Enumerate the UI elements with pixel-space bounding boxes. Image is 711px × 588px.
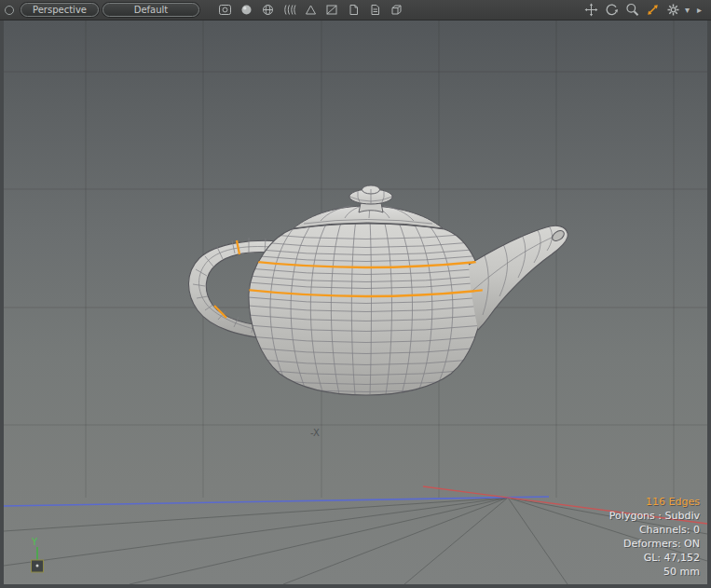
hud-scale: 50 mm: [609, 565, 700, 579]
origin-axis-widget: Y: [26, 534, 63, 577]
viewport-options-dot[interactable]: [5, 6, 14, 15]
settings-button[interactable]: [664, 2, 682, 18]
gear-icon: [666, 3, 680, 17]
pan-icon: [584, 3, 598, 17]
3d-viewport[interactable]: -X Y 116 Edges Polygons : Subdiv Channel…: [4, 21, 707, 584]
zoom-button[interactable]: [623, 2, 641, 18]
cone-button[interactable]: [302, 2, 320, 18]
fit-view-button[interactable]: [644, 2, 662, 18]
wire-sphere-icon: [261, 4, 275, 16]
flyout-arrow-icon[interactable]: ▸: [697, 5, 706, 15]
fit-view-icon: [646, 3, 660, 17]
stripes-button[interactable]: [280, 2, 298, 18]
shaded-sphere-icon: [239, 4, 253, 16]
box-icon: [390, 4, 403, 16]
render-preview-button[interactable]: [216, 2, 234, 18]
view-type-dropdown[interactable]: Perspective: [21, 3, 99, 17]
hud-edges: 116 Edges: [609, 495, 700, 509]
document-icon: [347, 4, 361, 16]
document-alt-icon: [368, 4, 382, 16]
cone-icon: [304, 4, 318, 16]
workplane-axis-label: -X: [310, 428, 320, 438]
teapot-lid: [294, 185, 443, 228]
document-alt-button[interactable]: [366, 2, 384, 18]
corner-square-icon: [325, 4, 339, 16]
z-axis-line: [4, 497, 549, 506]
selection-info-hud: 116 Edges Polygons : Subdiv Channels: 0 …: [609, 495, 700, 579]
document-button[interactable]: [345, 2, 362, 18]
pan-button[interactable]: [582, 2, 600, 18]
shaded-sphere-button[interactable]: [238, 2, 255, 18]
ground-grid: [4, 498, 707, 584]
hud-channels: Channels: 0: [609, 523, 700, 537]
teapot-spout: [469, 226, 567, 330]
origin-dot: [36, 565, 39, 567]
box-button[interactable]: [388, 2, 405, 18]
hud-gl: GL: 47,152: [609, 551, 700, 565]
orbit-icon: [605, 3, 619, 17]
y-axis-label: Y: [31, 537, 38, 547]
corner-square-button[interactable]: [323, 2, 341, 18]
scene-canvas: [4, 21, 707, 584]
hud-polygons: Polygons : Subdiv: [609, 509, 700, 523]
viewport-toolbar: Perspective Default ▾ ▸: [0, 0, 711, 21]
shading-icon-group: [216, 2, 405, 18]
wire-sphere-button[interactable]: [259, 2, 277, 18]
viewport-window: Perspective Default ▾ ▸: [0, 0, 711, 588]
hud-deformers: Deformers: ON: [609, 537, 700, 551]
render-preview-icon: [218, 4, 232, 16]
settings-dropdown-arrow-icon[interactable]: ▾: [685, 5, 694, 15]
shading-style-dropdown[interactable]: Default: [103, 3, 199, 17]
teapot-model[interactable]: [188, 185, 567, 395]
zoom-icon: [625, 3, 639, 17]
nav-icon-group: ▾ ▸: [582, 2, 706, 18]
stripes-icon: [282, 4, 296, 16]
teapot-body: [248, 220, 485, 395]
orbit-button[interactable]: [603, 2, 621, 18]
